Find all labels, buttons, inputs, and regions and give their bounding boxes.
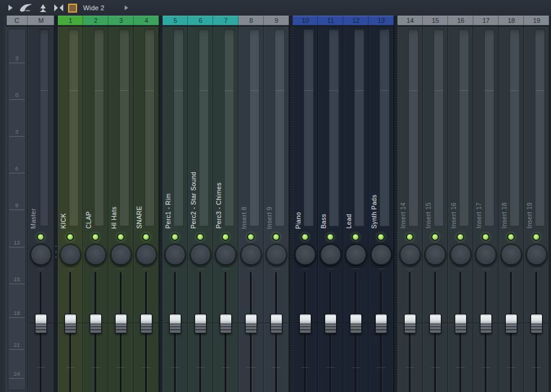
fader-handle[interactable] [480, 314, 492, 334]
pan-knob[interactable] [241, 244, 261, 265]
pan-knob[interactable] [295, 244, 316, 265]
channel-strip-6[interactable]: Perc2 - Star Sound [188, 26, 213, 392]
pan-knob[interactable] [190, 244, 211, 265]
fader-handle[interactable] [220, 314, 232, 334]
channel-header-13[interactable]: 13 [369, 16, 394, 25]
master-column-header[interactable]: M [28, 16, 54, 25]
pan-knob[interactable] [346, 244, 366, 265]
mute-led[interactable] [507, 233, 515, 241]
pan-knob[interactable] [450, 244, 471, 265]
master-strip[interactable]: Master [28, 26, 54, 392]
fader-handle[interactable] [531, 314, 543, 334]
mute-led[interactable] [352, 233, 360, 241]
master-fader-handle[interactable] [35, 314, 47, 334]
pan-knob[interactable] [320, 244, 341, 265]
channel-header-18[interactable]: 18 [499, 16, 524, 25]
pan-knob[interactable] [111, 244, 131, 265]
fader-handle[interactable] [169, 314, 181, 334]
channel-strip-16[interactable]: Insert 16 [448, 26, 473, 392]
fader-handle[interactable] [195, 314, 207, 334]
channel-strip-14[interactable]: Insert 14 [397, 26, 423, 392]
channel-header-5[interactable]: 5 [163, 16, 188, 25]
channel-header-7[interactable]: 7 [213, 16, 238, 25]
channel-header-4[interactable]: 4 [134, 16, 159, 25]
pan-knob[interactable] [216, 244, 236, 265]
fader-handle[interactable] [455, 314, 467, 334]
pan-knob[interactable] [266, 244, 287, 265]
channel-header-8[interactable]: 8 [238, 16, 264, 25]
channel-header-6[interactable]: 6 [188, 16, 213, 25]
channel-strip-10[interactable]: Piano [293, 26, 318, 392]
fader-handle[interactable] [404, 314, 416, 334]
mute-led[interactable] [377, 233, 385, 241]
channel-strip-3[interactable]: HI Hats [108, 26, 134, 392]
view-menu-arrow-icon[interactable] [125, 0, 128, 16]
pan-knob[interactable] [526, 244, 547, 265]
mute-led[interactable] [326, 233, 334, 241]
fader-handle[interactable] [64, 314, 76, 334]
mixer-menu-swoosh-icon[interactable] [17, 0, 35, 16]
channel-header-10[interactable]: 10 [293, 16, 318, 25]
mute-led[interactable] [431, 233, 439, 241]
channel-header-12[interactable]: 12 [343, 16, 369, 25]
channel-strip-19[interactable]: Insert 19 [524, 26, 549, 392]
channel-strip-13[interactable]: Synth Pads [369, 26, 394, 392]
mute-led[interactable] [222, 233, 229, 241]
channel-header-3[interactable]: 3 [108, 16, 134, 25]
channel-strip-4[interactable]: SNARE [134, 26, 159, 392]
channel-strip-15[interactable]: Insert 15 [423, 26, 448, 392]
channel-strip-18[interactable]: Insert 18 [499, 26, 524, 392]
channel-strip-9[interactable]: Insert 9 [264, 26, 289, 392]
channel-header-19[interactable]: 19 [524, 16, 549, 25]
fader-handle[interactable] [115, 314, 127, 334]
pan-knob[interactable] [400, 244, 420, 265]
fader-handle[interactable] [505, 314, 517, 334]
mute-led[interactable] [272, 233, 280, 241]
channel-strip-8[interactable]: Insert 8 [238, 26, 264, 392]
channel-header-17[interactable]: 17 [473, 16, 499, 25]
channel-header-2[interactable]: 2 [83, 16, 108, 25]
channel-header-9[interactable]: 9 [264, 16, 289, 25]
channel-strip-2[interactable]: CLAP [83, 26, 108, 392]
mute-led[interactable] [66, 233, 74, 241]
channel-strip-7[interactable]: Perc3 - Chimes [213, 26, 238, 392]
current-column-header[interactable]: C [6, 16, 28, 25]
master-pan-knob[interactable] [31, 244, 51, 265]
mute-led[interactable] [196, 233, 204, 241]
dock-arrows-icon[interactable] [51, 0, 66, 16]
mute-led[interactable] [247, 233, 255, 241]
fader-handle[interactable] [350, 314, 362, 334]
pan-knob[interactable] [60, 244, 81, 265]
channel-strip-1[interactable]: KICK [58, 26, 83, 392]
detached-view-icon[interactable] [35, 0, 51, 16]
channel-strip-12[interactable]: Lead [343, 26, 369, 392]
mute-led[interactable] [142, 233, 150, 241]
fader-handle[interactable] [325, 314, 337, 334]
channel-header-16[interactable]: 16 [448, 16, 473, 25]
channel-strip-5[interactable]: Perc1 - Rim [163, 26, 188, 392]
layout-square-icon[interactable] [66, 0, 78, 16]
mute-led[interactable] [301, 233, 309, 241]
pan-knob[interactable] [371, 244, 391, 265]
fader-handle[interactable] [270, 314, 282, 334]
pan-knob[interactable] [476, 244, 496, 265]
mute-led[interactable] [532, 233, 540, 241]
mute-led[interactable] [117, 233, 125, 241]
fader-handle[interactable] [299, 314, 311, 334]
pan-knob[interactable] [165, 244, 185, 265]
fader-handle[interactable] [140, 314, 152, 334]
mute-led[interactable] [482, 233, 490, 241]
fader-handle[interactable] [90, 314, 102, 334]
channel-header-1[interactable]: 1 [58, 16, 83, 25]
fader-handle[interactable] [375, 314, 387, 334]
pan-knob[interactable] [501, 244, 521, 265]
mute-led[interactable] [171, 233, 179, 241]
view-label[interactable]: Wide 2 [83, 4, 104, 11]
play-arrow-icon[interactable] [4, 0, 17, 16]
mute-led[interactable] [406, 233, 414, 241]
pan-knob[interactable] [136, 244, 157, 265]
channel-strip-17[interactable]: Insert 17 [473, 26, 499, 392]
pan-knob[interactable] [425, 244, 446, 265]
pan-knob[interactable] [86, 244, 106, 265]
channel-header-14[interactable]: 14 [397, 16, 423, 25]
